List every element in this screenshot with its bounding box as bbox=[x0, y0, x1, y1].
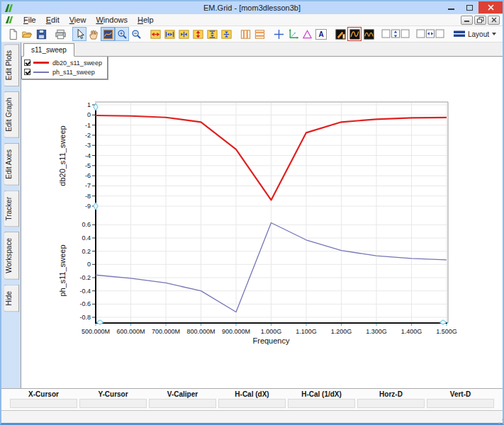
v-autofit-icon[interactable] bbox=[381, 27, 410, 41]
x-tick-label: 800.000M bbox=[186, 328, 215, 335]
cursor-value-cell bbox=[79, 399, 147, 408]
menu-file[interactable]: File bbox=[18, 15, 41, 25]
cursor-value-cell bbox=[427, 399, 494, 408]
dual-trace-icon[interactable] bbox=[362, 27, 376, 41]
sidebar-tab-edit-axes[interactable]: Edit Axes bbox=[4, 143, 19, 186]
cursor-header-hcal-1dx: H-Cal (1/dX) bbox=[288, 390, 355, 399]
data-marker-icon[interactable] bbox=[333, 27, 347, 41]
v-zoom-icon[interactable] bbox=[205, 27, 219, 41]
minimize-button[interactable] bbox=[442, 1, 460, 14]
maximize-button[interactable] bbox=[460, 1, 478, 14]
layout-button[interactable]: Layout bbox=[450, 30, 500, 39]
save-icon[interactable] bbox=[34, 27, 48, 41]
status-bar bbox=[1, 410, 503, 423]
resize-grip-icon[interactable] bbox=[495, 415, 501, 421]
sidebar-tab-tracker[interactable]: Tracker bbox=[4, 191, 19, 227]
y-tick-label: -2 bbox=[85, 132, 91, 139]
y-tick-label: -0.4 bbox=[79, 288, 91, 295]
cursor-value-cell bbox=[357, 399, 425, 408]
menu-help[interactable]: Help bbox=[133, 15, 159, 25]
chart-canvas[interactable]: 10-1-2-3-4-5-6-7-8-90.60.40.20-0.2-0.4-0… bbox=[21, 57, 500, 388]
content-area: s11_sweep 10-1-2-3-4-5-6-7-8-90.60.40.20… bbox=[21, 42, 503, 388]
y-tick-label: -8 bbox=[85, 193, 91, 200]
menu-view[interactable]: View bbox=[65, 15, 91, 25]
y-tick-label: -0.8 bbox=[79, 314, 91, 321]
legend-checkbox[interactable] bbox=[24, 69, 30, 75]
legend-item[interactable]: ph_s11_sweep bbox=[24, 67, 102, 76]
y-axis-title-ph: ph_s11_sweep bbox=[58, 244, 67, 296]
menu-windows[interactable]: Windows bbox=[91, 15, 133, 25]
cursor-readout-bar: X-Cursor Y-Cursor V-Caliper H-Cal (dX) H… bbox=[1, 388, 503, 410]
menu-edit[interactable]: Edit bbox=[41, 15, 65, 25]
cursor-header-horzd: Horz-D bbox=[357, 390, 425, 399]
sidebar-tab-workspace[interactable]: Workspace bbox=[4, 232, 19, 280]
tab-s11-sweep[interactable]: s11_sweep bbox=[23, 43, 74, 57]
y-tick-label: -0.6 bbox=[79, 300, 91, 307]
layout-icon bbox=[454, 30, 465, 38]
y-tick-label: -4 bbox=[85, 152, 91, 159]
y-tick-label: 0 bbox=[87, 111, 91, 118]
legend: db20_s11_sweep ph_s11_sweep bbox=[21, 57, 108, 79]
app-logo-icon-small bbox=[5, 16, 14, 24]
axis-handle[interactable] bbox=[439, 320, 447, 324]
split-rows-icon[interactable] bbox=[252, 27, 267, 41]
select-cursor-icon[interactable] bbox=[72, 27, 86, 41]
legend-label: ph_s11_sweep bbox=[52, 69, 95, 76]
window-title: EM.Grid - [mom3dlesson3b] bbox=[1, 4, 503, 12]
x-tick-label: 900.000M bbox=[222, 328, 250, 335]
h-expand-icon[interactable] bbox=[148, 27, 162, 41]
app-window: EM.Grid - [mom3dlesson3b] File Edit View… bbox=[0, 0, 504, 425]
crosshair-icon[interactable] bbox=[271, 27, 286, 41]
zoom-out-icon[interactable] bbox=[129, 27, 143, 41]
mdi-minimize-button[interactable] bbox=[461, 16, 473, 25]
sidebar-tab-edit-graph[interactable]: Edit Graph bbox=[4, 91, 19, 138]
y-tick-label: -5 bbox=[85, 162, 91, 169]
h-zoom-icon[interactable] bbox=[162, 27, 177, 41]
print-icon[interactable] bbox=[53, 27, 67, 41]
axis-handle[interactable] bbox=[94, 203, 98, 210]
mdi-close-button[interactable] bbox=[488, 16, 500, 25]
zoom-region-icon[interactable] bbox=[101, 27, 115, 41]
x-tick-label: 1.200G bbox=[331, 328, 352, 335]
delta-marker-icon[interactable] bbox=[300, 27, 314, 41]
sidebar-tab-hide[interactable]: Hide bbox=[4, 285, 19, 312]
menu-bar: File Edit View Windows Help bbox=[1, 14, 503, 26]
sidebar: Edit Plots Edit Graph Edit Axes Tracker … bbox=[1, 42, 21, 388]
legend-line-sample bbox=[33, 72, 49, 73]
zoom-in-icon[interactable] bbox=[115, 27, 129, 41]
legend-checkbox[interactable] bbox=[24, 60, 30, 66]
open-icon[interactable] bbox=[20, 27, 34, 41]
cursor-header-hcal-dx: H-Cal (dX) bbox=[218, 390, 286, 399]
x-tick-label: 1.500G bbox=[436, 328, 457, 335]
cursor-header-vertd: Vert-D bbox=[427, 390, 494, 399]
new-file-icon[interactable] bbox=[6, 27, 20, 41]
y-tick-label: -9 bbox=[85, 203, 91, 210]
y-axis-title-db20: db20_s11_sweep bbox=[58, 125, 67, 186]
cursor-value-cell bbox=[10, 399, 77, 408]
cursor-value-cell bbox=[218, 399, 286, 408]
x-tick-label: 500.000M bbox=[82, 328, 110, 335]
close-icon bbox=[488, 4, 494, 11]
sidebar-tab-edit-plots[interactable]: Edit Plots bbox=[4, 44, 19, 86]
split-columns-icon[interactable] bbox=[238, 27, 252, 41]
title-bar: EM.Grid - [mom3dlesson3b] bbox=[1, 1, 503, 14]
v-compress-icon[interactable] bbox=[219, 27, 233, 41]
v-expand-icon[interactable] bbox=[191, 27, 205, 41]
mdi-restore-button[interactable] bbox=[474, 16, 486, 25]
single-trace-icon[interactable] bbox=[347, 27, 362, 41]
pan-hand-icon[interactable] bbox=[86, 27, 101, 41]
y-tick-label: -3 bbox=[85, 142, 91, 149]
h-compress-icon[interactable] bbox=[177, 27, 191, 41]
legend-line-sample bbox=[33, 62, 49, 64]
text-annotation-icon[interactable]: A bbox=[314, 27, 328, 41]
axis-handle[interactable] bbox=[96, 320, 103, 324]
h-autofit-icon[interactable] bbox=[415, 27, 445, 41]
close-icon bbox=[491, 17, 497, 23]
close-button[interactable] bbox=[478, 1, 503, 13]
axes-icon[interactable] bbox=[286, 27, 300, 41]
y-tick-label: 1 bbox=[87, 101, 91, 108]
y-tick-label: -1 bbox=[85, 122, 91, 129]
cursor-header-x: X-Cursor bbox=[10, 390, 77, 399]
legend-item[interactable]: db20_s11_sweep bbox=[24, 58, 102, 67]
x-tick-label: 1.000G bbox=[261, 328, 282, 335]
